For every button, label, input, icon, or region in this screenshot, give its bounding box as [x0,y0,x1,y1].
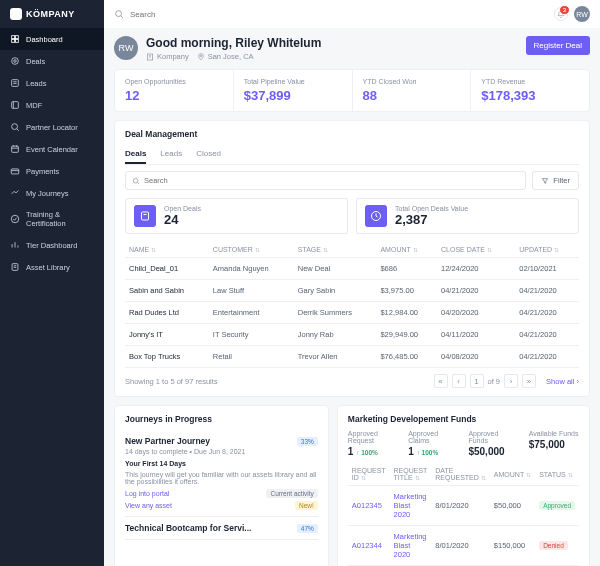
page-prev-button[interactable]: ‹ [452,374,466,388]
nav-label: Tier Dashboard [26,241,77,250]
journey-link[interactable]: View any asset [125,502,172,509]
table-row[interactable]: Box Top TrucksRetailTrevor Allen$76,485.… [125,346,579,368]
col-header[interactable]: CLOSE DATE⇅ [437,242,515,258]
show-all-link[interactable]: Show all › [546,377,579,386]
global-search-input[interactable] [130,10,548,19]
table-row[interactable]: A012345Marketing Blast 20208/01/2020$50,… [348,486,579,526]
nav-label: Asset Library [26,263,70,272]
cell-amount: $3,975.00 [376,280,437,302]
svg-point-26 [116,11,122,17]
cell-updated: 02/10/2021 [515,258,579,280]
mdf-stat-value: 1 ↑ 100% [408,446,458,457]
nav-item-tier-dashboard[interactable]: Tier Dashboard [0,234,104,256]
deal-search-input[interactable] [144,176,519,185]
svg-point-32 [133,178,138,183]
nav-label: Leads [26,79,46,88]
page-last-button[interactable]: » [522,374,536,388]
cell-id: A012344 [348,526,390,566]
nav-item-my-journeys[interactable]: My Journeys [0,182,104,204]
notifications-button[interactable]: 3 [554,7,568,21]
nav-icon [10,56,20,66]
col-header[interactable]: STAGE⇅ [294,242,377,258]
cell-customer: Entertainment [209,302,294,324]
brand-logo [10,8,22,20]
mdf-stat-label: Available Funds [529,430,579,437]
cell-updated: 04/21/2020 [515,302,579,324]
nav-item-leads[interactable]: Leads [0,72,104,94]
cell-title: Marketing Blast 2020 [390,526,432,566]
page-first-button[interactable]: « [434,374,448,388]
nav-item-payments[interactable]: Payments [0,160,104,182]
tab-closed[interactable]: Closed [196,145,221,164]
col-header[interactable]: DATE REQUESTED⇅ [431,463,490,486]
cell-name: Rad Dudes Ltd [125,302,209,324]
cell-name: Sabin and Sabin [125,280,209,302]
cell-stage: New Deal [294,258,377,280]
kpi: Total Pipeline Value$37,899 [234,70,353,111]
svg-rect-0 [12,36,15,39]
cell-customer: Retail [209,346,294,368]
nav-icon [10,34,20,44]
mdf-stat: Available Funds$75,000 [529,430,579,457]
tab-leads[interactable]: Leads [160,145,182,164]
kpi: Open Opportunities12 [115,70,234,111]
page-next-button[interactable]: › [504,374,518,388]
tab-deals[interactable]: Deals [125,145,146,164]
results-summary: Showing 1 to 5 of 97 results [125,377,218,386]
col-header[interactable]: UPDATED⇅ [515,242,579,258]
cell-close: 12/24/2020 [437,258,515,280]
location-chip: San Jose, CA [197,52,254,61]
col-header[interactable]: CUSTOMER⇅ [209,242,294,258]
cell-customer: IT Security [209,324,294,346]
cell-stage: Derrik Summers [294,302,377,324]
pin-icon [197,53,205,61]
nav-item-dashboard[interactable]: Dashboard [0,28,104,50]
col-header[interactable]: AMOUNT⇅ [376,242,437,258]
mdf-table: REQUEST ID⇅REQUEST TITLE⇅DATE REQUESTED⇅… [348,463,579,566]
kpi-value: $178,393 [481,88,579,103]
col-header[interactable]: REQUEST TITLE⇅ [390,463,432,486]
nav-item-partner-locator[interactable]: Partner Locator [0,116,104,138]
cell-amount: $150,000 [490,526,535,566]
cell-customer: Law Stuff [209,280,294,302]
col-header[interactable]: STATUS⇅ [535,463,579,486]
nav-item-mdf[interactable]: MDF [0,94,104,116]
register-deal-button[interactable]: Register Deal [526,36,590,55]
nav-item-deals[interactable]: Deals [0,50,104,72]
user-avatar[interactable]: RW [574,6,590,22]
deal-search-box[interactable] [125,171,526,190]
table-row[interactable]: Sabin and SabinLaw StuffGary Sabin$3,975… [125,280,579,302]
page-current[interactable]: 1 [470,374,484,388]
nav-item-training-certification[interactable]: Training & Certification [0,204,104,234]
filter-button[interactable]: Filter [532,171,579,190]
company-chip: Kompany [146,52,189,61]
col-header[interactable]: REQUEST ID⇅ [348,463,390,486]
table-row[interactable]: A012344Marketing Blast 20208/01/2020$150… [348,526,579,566]
cell-amount: $50,000 [490,486,535,526]
cell-close: 04/21/2020 [437,280,515,302]
cell-updated: 04/21/2020 [515,346,579,368]
nav-item-event-calendar[interactable]: Event Calendar [0,138,104,160]
stat-value: 24 [164,212,201,227]
nav-icon [10,214,20,224]
journey-link[interactable]: Log into portal [125,490,169,497]
cell-updated: 04/21/2020 [515,324,579,346]
header-info: Good morning, Riley Whitelum Kompany San… [146,36,518,61]
table-row[interactable]: Child_Deal_01Amanda NguyenNew Deal$68612… [125,258,579,280]
kpi-label: YTD Closed Won [363,78,461,85]
cell-customer: Amanda Nguyen [209,258,294,280]
table-row[interactable]: Rad Dudes LtdEntertainmentDerrik Summers… [125,302,579,324]
journey-sub: 14 days to complete • Due Jun 8, 2021 [125,448,318,455]
svg-point-5 [14,60,17,63]
svg-rect-34 [142,212,149,220]
building-icon [146,53,154,61]
col-header[interactable]: AMOUNT⇅ [490,463,535,486]
col-header[interactable]: NAME⇅ [125,242,209,258]
svg-line-33 [138,182,140,184]
nav-item-asset-library[interactable]: Asset Library [0,256,104,278]
table-row[interactable]: Jonny's ITIT SecurityJonny Rab$29,949.00… [125,324,579,346]
nav-icon [10,78,20,88]
cell-name: Jonny's IT [125,324,209,346]
sidebar: KÖMPANY DashboardDealsLeadsMDFPartner Lo… [0,0,104,566]
mdf-stat-value: 1 ↑ 100% [348,446,398,457]
